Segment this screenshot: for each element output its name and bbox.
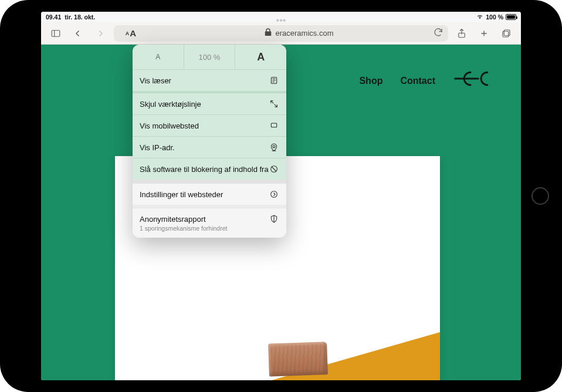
menu-item-hide-toolbar[interactable]: Skjul værktøjslinje [133,93,286,114]
zoom-in-button[interactable]: A [235,45,286,69]
svg-rect-14 [271,123,276,127]
home-button[interactable] [531,187,549,205]
menu-item-privacy-report[interactable]: Anonymitetsrapport 1 sporingsmekanisme f… [133,208,286,238]
share-button[interactable] [453,25,470,42]
menu-item-show-reader[interactable]: Vis læser [133,69,286,91]
lock-icon [263,27,273,39]
zoom-out-button[interactable]: A [133,45,184,69]
page-settings-button[interactable]: AA [114,25,148,42]
menu-label: Vis IP-adr. [140,143,269,152]
wifi-icon [476,14,483,20]
expand-icon [269,99,279,109]
reader-icon [269,76,279,85]
sidebar-button[interactable] [47,25,65,42]
location-icon [269,143,279,152]
menu-label: Indstillinger til websteder [140,190,269,199]
aa-big-glyph: A [130,28,136,38]
shield-icon [269,214,279,224]
svg-rect-0 [52,30,60,36]
zoom-row: A 100 % A [133,45,286,69]
status-time: 09.41 [46,13,61,21]
menu-label: Vis mobilwebsted [140,121,269,130]
menu-label: Slå software til blokering af indhold fr… [140,165,269,174]
menu-item-website-settings[interactable]: Indstillinger til websteder [133,183,286,205]
address-bar[interactable]: eraceramics.com [148,25,448,42]
zoom-in-glyph: A [257,51,265,63]
battery-icon [506,14,516,20]
forward-button[interactable] [92,25,109,42]
menu-label: Vis læser [140,76,269,85]
site-logo[interactable] [453,67,495,95]
ipad-device: 09.41 tir. 18. okt. 100 % ••• [0,0,562,392]
menu-item-content-blockers[interactable]: Slå software til blokering af indhold fr… [133,158,286,180]
zoom-out-glyph: A [155,53,160,61]
clay-block [268,342,328,376]
multitask-handle-icon[interactable]: ••• [269,15,293,18]
nav-link-shop[interactable]: Shop [359,76,382,86]
svg-line-12 [271,101,274,104]
privacy-subtext: 1 sporingsmekanisme forhindret [140,225,279,232]
svg-point-15 [273,146,275,148]
safari-toolbar: ••• AA eraceramics.com [41,22,521,45]
page-settings-popover: A 100 % A Vis læser Skjul værktøjslinje [133,45,286,238]
svg-point-19 [271,191,277,198]
reload-icon[interactable] [433,27,443,39]
battery-percent: 100 % [486,13,503,21]
url-text: eraceramics.com [276,29,334,38]
menu-item-show-ip[interactable]: Vis IP-adr. [133,136,286,158]
tabs-button[interactable] [497,25,515,42]
back-button[interactable] [69,25,87,42]
aa-small-glyph: A [126,31,130,36]
site-nav: Shop Contact [359,67,495,95]
menu-item-request-mobile[interactable]: Vis mobilwebsted [133,114,286,136]
new-tab-button[interactable] [475,25,493,42]
device-icon [269,121,279,130]
blocker-off-icon [269,164,279,174]
zoom-value: 100 % [184,45,236,69]
svg-line-18 [272,167,276,171]
settings-icon [269,190,279,199]
screen: 09.41 tir. 18. okt. 100 % ••• [41,12,521,380]
svg-rect-5 [504,30,510,36]
status-date: tir. 18. okt. [65,13,95,21]
menu-label: Anonymitetsrapport [140,215,269,224]
svg-line-13 [275,104,277,107]
nav-link-contact[interactable]: Contact [400,76,435,86]
menu-label: Skjul værktøjslinje [140,100,269,109]
svg-rect-6 [503,31,509,37]
